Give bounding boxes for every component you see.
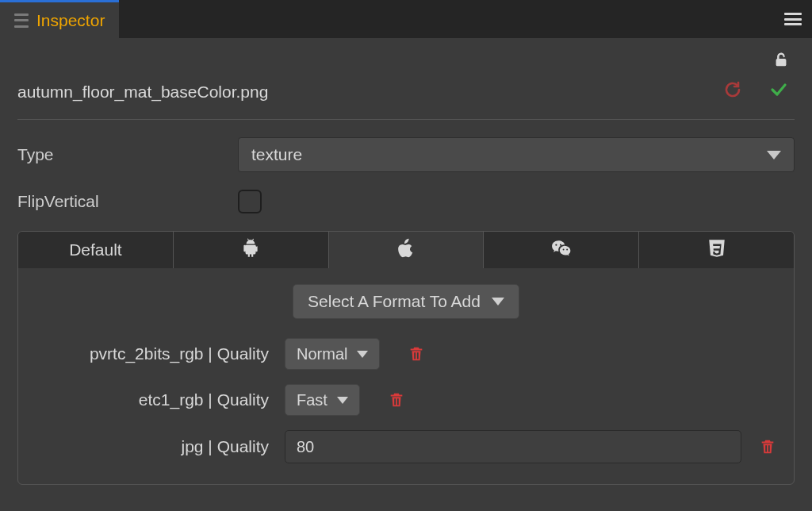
- platform-tabs: Default: [18, 232, 794, 268]
- delete-format-button[interactable]: [388, 390, 405, 409]
- field-flip-vertical: FlipVertical: [17, 190, 795, 213]
- format-label: pvrtc_2bits_rgb | Quality: [36, 344, 274, 363]
- format-row: etc1_rgb | Quality Fast: [36, 384, 776, 416]
- tab-inspector[interactable]: Inspector: [0, 0, 119, 38]
- tab-wechat[interactable]: [484, 232, 639, 268]
- format-quality-select[interactable]: Normal: [285, 338, 380, 370]
- inspector-tab-icon: [14, 13, 29, 28]
- tab-bar: Inspector: [0, 0, 812, 38]
- reload-icon[interactable]: [723, 80, 742, 103]
- add-format-select[interactable]: Select A Format To Add: [293, 284, 519, 319]
- type-value: texture: [251, 145, 302, 164]
- delete-format-button[interactable]: [759, 437, 776, 456]
- chevron-down-icon: [492, 298, 504, 305]
- type-label: Type: [17, 145, 238, 164]
- platform-settings: Default: [17, 231, 795, 485]
- html5-icon: [707, 238, 727, 263]
- unlock-icon[interactable]: [772, 51, 790, 72]
- apple-icon: [396, 238, 416, 263]
- chevron-down-icon: [357, 351, 368, 358]
- type-select[interactable]: texture: [238, 137, 795, 172]
- format-quality-input[interactable]: 80: [285, 430, 741, 463]
- format-quality-select[interactable]: Fast: [285, 384, 360, 416]
- chevron-down-icon: [767, 151, 781, 159]
- delete-format-button[interactable]: [408, 344, 425, 363]
- field-type: Type texture: [17, 137, 795, 172]
- android-icon: [240, 238, 261, 263]
- panel-menu-button[interactable]: [774, 0, 812, 38]
- asset-header: autumn_floor_mat_baseColor.png: [17, 72, 795, 120]
- wechat-icon: [551, 238, 572, 263]
- svg-rect-0: [776, 59, 787, 66]
- tab-html5[interactable]: [639, 232, 794, 268]
- format-label: jpg | Quality: [36, 437, 274, 456]
- format-row: pvrtc_2bits_rgb | Quality Normal: [36, 338, 776, 370]
- format-row: jpg | Quality 80: [36, 430, 776, 463]
- tab-ios[interactable]: [329, 232, 485, 268]
- flip-label: FlipVertical: [17, 192, 238, 211]
- asset-filename: autumn_floor_mat_baseColor.png: [17, 83, 268, 102]
- tab-default[interactable]: Default: [18, 232, 174, 268]
- format-label: etc1_rgb | Quality: [36, 390, 274, 409]
- tab-android[interactable]: [174, 232, 329, 268]
- hamburger-icon: [784, 13, 802, 25]
- chevron-down-icon: [337, 397, 348, 404]
- apply-icon[interactable]: [769, 80, 788, 103]
- tab-title: Inspector: [36, 11, 105, 30]
- flip-vertical-checkbox[interactable]: [238, 190, 262, 213]
